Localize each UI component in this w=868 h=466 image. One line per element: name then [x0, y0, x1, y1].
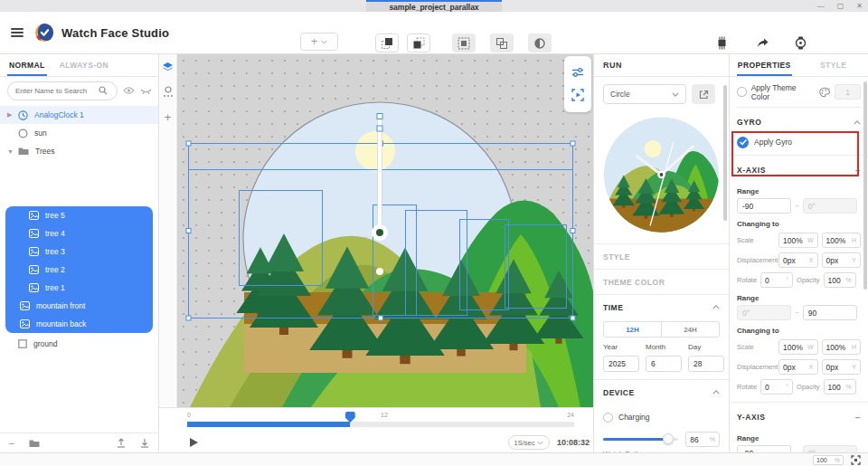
layer-tree-1[interactable]: tree 1 [5, 279, 153, 297]
collapse-minus-icon[interactable]: – [855, 413, 861, 423]
publish-arrow-icon [756, 36, 769, 50]
expand-arrow-icon[interactable]: ▶ [7, 111, 14, 119]
theme-color-section-header[interactable]: THEME COLOR [594, 269, 729, 294]
x-range2-to-field[interactable]: 90 [803, 305, 857, 320]
bring-forward-icon [381, 37, 393, 50]
battery-value-field[interactable]: 86% [685, 432, 720, 447]
x2-scale-h-field[interactable]: 100%H [822, 339, 862, 355]
range-label: Range [737, 294, 861, 302]
x-opacity-field[interactable]: 100% [824, 272, 856, 288]
image-icon [20, 301, 30, 310]
12h-option[interactable]: 12H [604, 322, 661, 337]
theme-color-index-field: 1 [835, 84, 861, 100]
adjustments-sliders-icon[interactable] [571, 67, 584, 78]
time-section-header[interactable]: TIME [594, 294, 729, 319]
checked-icon [737, 137, 749, 148]
watch-preview [603, 113, 720, 236]
x2-disp-x-field[interactable]: 0pxX [778, 359, 818, 375]
tab-style[interactable]: STYLE [799, 54, 868, 76]
new-folder-icon[interactable] [29, 439, 40, 448]
x-rotate-field[interactable]: 0° [760, 272, 793, 288]
layer-tree-2[interactable]: tree 2 [5, 261, 153, 279]
x2-scale-w-field[interactable]: 100%W [778, 339, 818, 355]
add-guide-icon[interactable]: + [165, 111, 172, 123]
x2-rotate-field[interactable]: 0° [760, 379, 793, 395]
layer-mountain-front[interactable]: mountain front [5, 297, 153, 315]
day-field[interactable] [688, 356, 724, 372]
svg-text:2: 2 [827, 87, 830, 90]
watch-face-studio-window: sample_project_parallax — ▢ ✕ Watch Face… [0, 0, 868, 466]
x2-disp-y-field[interactable]: 0pxY [822, 359, 862, 375]
external-link-icon [699, 90, 709, 100]
apply-theme-color-radio[interactable] [737, 87, 747, 97]
x-disp-y-field[interactable]: 0pxY [822, 252, 862, 268]
x-scale-w-field[interactable]: 100%W [778, 233, 818, 248]
timeline-fill [187, 422, 350, 427]
menu-icon[interactable] [11, 28, 24, 37]
charging-toggle[interactable]: Charging [603, 408, 720, 426]
keyframe-icon[interactable] [163, 86, 174, 99]
tab-normal[interactable]: NORMAL [9, 54, 45, 76]
hide-all-eye-off-icon[interactable] [140, 86, 152, 95]
gyro-section-header[interactable]: GYRO [737, 111, 861, 133]
layer-mountain-back[interactable]: mountain back [5, 315, 153, 333]
collapse-arrow-icon[interactable]: ▼ [7, 148, 14, 155]
x-axis-section-header[interactable]: X-AXIS – [737, 159, 861, 181]
project-tab[interactable]: sample_project_parallax [366, 0, 502, 12]
layer-sun[interactable]: sun [0, 124, 158, 142]
month-field[interactable] [646, 356, 682, 372]
x-scale-h-field[interactable]: 100%H [822, 233, 862, 248]
zoom-level-field[interactable]: 100% [813, 455, 844, 465]
layer-group-trees[interactable]: ▼ Trees [0, 142, 158, 160]
layer-tree-3[interactable]: tree 3 [5, 243, 153, 261]
speed-dropdown[interactable]: 1S/sec [508, 435, 550, 450]
timeline-tick-24: 24 [567, 412, 574, 418]
device-section-header[interactable]: DEVICE [594, 379, 729, 404]
month-label: Month [646, 343, 682, 351]
properties-scrollbar[interactable] [863, 81, 867, 290]
apply-gyro-checkbox[interactable]: Apply Gyro [737, 133, 861, 151]
year-field[interactable] [603, 356, 639, 372]
timeline-track[interactable] [187, 422, 574, 427]
remove-layer-icon[interactable]: – [9, 438, 14, 448]
year-label: Year [603, 343, 639, 351]
run-preview-icon[interactable] [571, 89, 584, 101]
search-input[interactable] [15, 87, 99, 95]
image-icon [29, 283, 39, 292]
x2-opacity-field[interactable]: 100% [824, 379, 856, 395]
x-range-from-field[interactable]: -90 [737, 198, 791, 214]
search-icon [99, 86, 108, 95]
play-button[interactable] [190, 438, 198, 447]
send-backward-icon [412, 37, 425, 50]
layer-tree-4[interactable]: tree 4 [5, 224, 153, 243]
export-layer-icon[interactable] [117, 438, 126, 448]
layer-tree-5[interactable]: tree 5 [5, 206, 153, 224]
24h-option[interactable]: 24H [661, 322, 719, 337]
minimize-icon[interactable]: — [817, 3, 825, 10]
slider-knob[interactable] [663, 433, 674, 444]
fit-to-screen-icon[interactable] [851, 455, 861, 465]
maximize-icon[interactable]: ▢ [837, 3, 844, 10]
layer-analogclock[interactable]: ▶ AnalogClock 1 [0, 106, 158, 124]
preview-time: 10:08:32 [557, 438, 590, 447]
layers-icon[interactable] [162, 62, 174, 73]
import-layer-icon[interactable] [140, 438, 149, 448]
show-all-eye-icon[interactable] [123, 86, 135, 95]
collapse-minus-icon[interactable]: – [855, 166, 861, 176]
tab-properties[interactable]: PROPERTIES [730, 54, 799, 76]
y-range-from-field[interactable]: -90 [737, 445, 791, 452]
timeline: 0 12 24 1S/sec 10:08:32 [159, 407, 593, 452]
run-scrollbar[interactable] [723, 85, 727, 221]
battery-slider[interactable] [603, 438, 678, 441]
open-preview-window-button[interactable] [692, 84, 715, 104]
y-axis-section-header[interactable]: Y-AXIS – [737, 406, 861, 428]
style-section-header[interactable]: STYLE [594, 243, 729, 269]
radio-icon [603, 413, 613, 423]
app-title: Watch Face Studio [61, 26, 169, 40]
close-icon[interactable]: ✕ [856, 3, 863, 10]
design-canvas[interactable] [177, 54, 593, 407]
x-disp-x-field[interactable]: 0pxX [778, 252, 818, 268]
tab-always-on[interactable]: ALWAYS-ON [60, 54, 108, 76]
layer-ground[interactable]: ground [0, 335, 158, 353]
shape-select[interactable]: Circle [603, 84, 686, 104]
